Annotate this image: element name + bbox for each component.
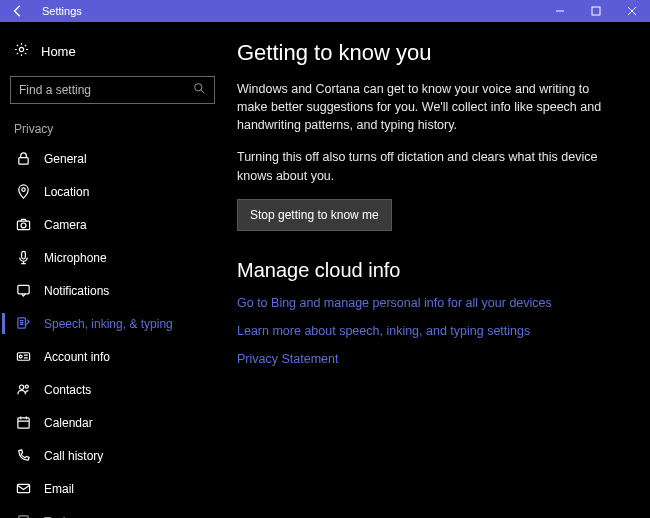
sidebar-item-label: Calendar [44,416,93,430]
close-button[interactable] [614,0,650,22]
description-text: Windows and Cortana can get to know your… [237,80,607,134]
sidebar-item-microphone[interactable]: Microphone [0,241,225,274]
sidebar-item-label: Speech, inking, & typing [44,317,173,331]
sidebar-item-label: General [44,152,87,166]
location-icon [14,184,32,199]
sidebar-item-label: Account info [44,350,110,364]
lock-icon [14,151,32,166]
svg-point-12 [19,385,23,389]
svg-rect-15 [17,484,29,492]
sidebar-item-tasks[interactable]: Tasks [0,505,225,518]
sidebar-item-contacts[interactable]: Contacts [0,373,225,406]
search-input-wrap[interactable] [10,76,215,104]
bing-manage-link[interactable]: Go to Bing and manage personal info for … [237,296,626,310]
description-text-2: Turning this off also turns off dictatio… [237,148,607,184]
speech-icon [14,316,32,331]
sidebar-item-email[interactable]: Email [0,472,225,505]
sidebar-item-location[interactable]: Location [0,175,225,208]
microphone-icon [14,250,32,265]
minimize-button[interactable] [542,0,578,22]
account-icon [14,349,32,364]
gear-icon [14,42,29,60]
sidebar-item-label: Location [44,185,89,199]
callhistory-icon [14,448,32,463]
svg-rect-14 [17,418,28,428]
svg-rect-3 [18,158,27,165]
sidebar-item-label: Call history [44,449,103,463]
tasks-icon [14,514,32,518]
svg-point-11 [19,355,22,358]
notifications-icon [14,283,32,298]
titlebar: Settings [0,0,650,22]
section-heading-cloud: Manage cloud info [237,259,626,282]
sidebar-item-label: Email [44,482,74,496]
contacts-icon [14,382,32,397]
svg-rect-0 [592,7,600,15]
svg-rect-7 [21,251,25,259]
stop-getting-to-know-me-button[interactable]: Stop getting to know me [237,199,392,231]
back-button[interactable] [0,0,36,22]
svg-point-6 [21,223,26,228]
sidebar-item-general[interactable]: General [0,142,225,175]
search-input[interactable] [19,83,193,97]
svg-point-1 [19,47,23,51]
privacy-statement-link[interactable]: Privacy Statement [237,352,626,366]
sidebar-item-account[interactable]: Account info [0,340,225,373]
page-heading: Getting to know you [237,40,626,66]
svg-point-4 [21,188,24,191]
sidebar-item-calendar[interactable]: Calendar [0,406,225,439]
maximize-button[interactable] [578,0,614,22]
sidebar-item-label: Microphone [44,251,107,265]
calendar-icon [14,415,32,430]
sidebar-item-label: Tasks [44,515,75,519]
sidebar-item-notifications[interactable]: Notifications [0,274,225,307]
email-icon [14,481,32,496]
svg-rect-8 [17,285,28,293]
learn-more-link[interactable]: Learn more about speech, inking, and typ… [237,324,626,338]
sidebar-item-speech[interactable]: Speech, inking, & typing [0,307,225,340]
sidebar-item-callhistory[interactable]: Call history [0,439,225,472]
category-label: Privacy [0,118,225,142]
home-label: Home [41,44,76,59]
sidebar-item-camera[interactable]: Camera [0,208,225,241]
home-button[interactable]: Home [0,34,225,68]
svg-point-2 [195,84,202,91]
window-title: Settings [42,5,542,17]
search-icon [193,81,206,99]
sidebar: Home Privacy General Location Camera Mic… [0,22,225,518]
sidebar-item-label: Camera [44,218,87,232]
content-area: Getting to know you Windows and Cortana … [225,22,650,518]
sidebar-item-label: Contacts [44,383,91,397]
svg-point-13 [25,385,28,388]
camera-icon [14,217,32,232]
sidebar-item-label: Notifications [44,284,109,298]
